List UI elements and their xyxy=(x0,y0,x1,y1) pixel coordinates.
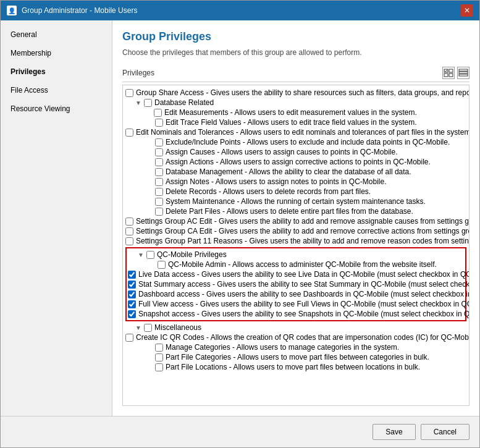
sidebar-item-membership[interactable]: Membership xyxy=(1,44,112,62)
text-delete-part-files: Delete Part Files - Allows users to dele… xyxy=(166,207,413,216)
text-settings-ac: Settings Group AC Edit - Gives users the… xyxy=(136,217,469,226)
text-stat-summary: Stat Summary access - Gives users the ab… xyxy=(138,280,469,289)
list-view-icon xyxy=(458,69,468,77)
svg-rect-2 xyxy=(444,74,448,77)
footer: Save Cancel xyxy=(1,416,479,447)
sidebar-item-general[interactable]: General xyxy=(1,25,112,44)
main-content: Group Privileges Choose the privileges t… xyxy=(112,20,479,416)
cb-settings-ca[interactable] xyxy=(125,227,133,235)
cb-live-data[interactable] xyxy=(128,271,136,279)
text-system-maintenance: System Maintenance - Allows the running … xyxy=(166,197,426,206)
expander-qcmobile[interactable]: ▼ xyxy=(138,251,146,258)
cb-exclude-include[interactable] xyxy=(155,138,163,146)
main-window: 👤 Group Administrator - Mobile Users ✕ G… xyxy=(0,0,480,448)
tree-row-group-share: Group Share Access - Gives users the abi… xyxy=(125,88,466,98)
tree-row-miscellaneous: ▼ Miscellaneous xyxy=(125,323,466,332)
list-view-button[interactable] xyxy=(457,67,469,79)
cb-group-share[interactable] xyxy=(125,89,133,97)
cb-create-ic-qr[interactable] xyxy=(125,334,133,342)
tree-row-stat-summary: Stat Summary access - Gives users the ab… xyxy=(128,279,464,289)
privileges-label: Privileges xyxy=(122,69,154,77)
text-database-mgmt: Database Management - Allows the ability… xyxy=(166,167,411,176)
cb-miscellaneous[interactable] xyxy=(144,324,152,332)
text-create-ic-qr: Create IC QR Codes - Allows the creation… xyxy=(136,333,469,342)
svg-rect-6 xyxy=(459,74,468,76)
text-exclude-include: Exclude/Include Points - Allows users to… xyxy=(166,138,450,146)
cb-assign-actions[interactable] xyxy=(155,158,163,166)
tree-row-full-view: Full View access - Gives users the abili… xyxy=(128,299,464,309)
tree-row-live-data: Live Data access - Gives users the abili… xyxy=(128,269,464,279)
window-title: Group Administrator - Mobile Users xyxy=(22,6,137,15)
tree-row-database-related: ▼ Database Related xyxy=(125,98,466,108)
cb-database-mgmt[interactable] xyxy=(155,168,163,176)
save-button[interactable]: Save xyxy=(373,424,415,440)
check-all-icon xyxy=(444,69,453,77)
page-subtitle: Choose the privileges that members of th… xyxy=(122,48,469,57)
text-settings-part11: Settings Group Part 11 Reasons - Gives u… xyxy=(136,237,469,245)
check-all-button[interactable] xyxy=(442,67,455,79)
cb-delete-part-files[interactable] xyxy=(155,208,163,216)
tree-row-settings-ac: Settings Group AC Edit - Gives users the… xyxy=(125,216,466,226)
cb-qcmobile-priv[interactable] xyxy=(146,251,154,259)
tree-row-system-maintenance: System Maintenance - Allows the running … xyxy=(125,197,466,206)
text-qcmobile-admin: QC-Mobile Admin - Allows access to admin… xyxy=(168,260,437,269)
header-icons xyxy=(442,67,469,79)
cb-edit-trace[interactable] xyxy=(155,119,163,127)
privileges-tree[interactable]: Group Share Access - Gives users the abi… xyxy=(122,85,469,406)
text-part-file-locations: Part File Locations - Allows users to mo… xyxy=(166,363,420,371)
text-group-share: Group Share Access - Gives users the abi… xyxy=(136,88,469,97)
cb-snapshot-access[interactable] xyxy=(128,310,136,318)
title-bar-left: 👤 Group Administrator - Mobile Users xyxy=(7,6,137,15)
svg-rect-3 xyxy=(449,74,453,77)
tree-row-create-ic-qr: Create IC QR Codes - Allows the creation… xyxy=(125,332,466,342)
tree-row-exclude-include: Exclude/Include Points - Allows users to… xyxy=(125,137,466,147)
cb-system-maintenance[interactable] xyxy=(155,198,163,206)
expander-misc[interactable]: ▼ xyxy=(135,324,144,331)
cb-delete-records[interactable] xyxy=(155,188,163,196)
svg-rect-0 xyxy=(444,69,448,72)
tree-row-delete-part-files: Delete Part Files - Allows users to dele… xyxy=(125,206,466,216)
cb-edit-nominals[interactable] xyxy=(125,129,133,137)
text-assign-notes: Assign Notes - Allows users to assign no… xyxy=(166,177,387,186)
text-qcmobile-priv: QC-Mobile Privileges xyxy=(157,250,227,259)
tree-row-edit-trace: Edit Trace Field Values - Allows users t… xyxy=(125,117,466,127)
cb-part-file-locations[interactable] xyxy=(155,363,163,371)
close-button[interactable]: ✕ xyxy=(461,4,473,17)
svg-rect-5 xyxy=(459,72,468,74)
cb-stat-summary[interactable] xyxy=(128,281,136,289)
sidebar-item-privileges[interactable]: Privileges xyxy=(1,62,112,81)
cb-settings-part11[interactable] xyxy=(125,237,133,245)
text-manage-categories: Manage Categories - Allows users to mana… xyxy=(166,343,399,352)
sidebar-item-resource-viewing[interactable]: Resource Viewing xyxy=(1,99,112,118)
cb-database-related[interactable] xyxy=(144,99,152,107)
tree-row-qcmobile-priv: ▼ QC-Mobile Privileges xyxy=(128,250,464,260)
cb-edit-measurements[interactable] xyxy=(154,109,162,117)
tree-row-snapshot-access: Snapshot access - Gives users the abilit… xyxy=(128,309,464,319)
page-title: Group Privileges xyxy=(122,30,469,43)
cb-settings-ac[interactable] xyxy=(125,218,133,226)
svg-rect-4 xyxy=(459,69,468,71)
cb-assign-causes[interactable] xyxy=(155,148,163,156)
text-part-file-categories: Part File Categories - Allows users to m… xyxy=(166,353,429,361)
tree-row-database-mgmt: Database Management - Allows the ability… xyxy=(125,167,466,177)
text-edit-measurements: Edit Measurements - Allows users to edit… xyxy=(164,108,417,117)
tree-row-edit-nominals: Edit Nominals and Tolerances - Allows us… xyxy=(125,127,466,137)
expander-database[interactable]: ▼ xyxy=(135,99,144,106)
tree-row-settings-ca: Settings Group CA Edit - Gives users the… xyxy=(125,226,466,236)
text-full-view: Full View access - Gives users the abili… xyxy=(138,300,469,308)
cancel-button[interactable]: Cancel xyxy=(421,424,469,440)
cb-part-file-categories[interactable] xyxy=(155,353,163,361)
text-snapshot-access: Snapshot access - Gives users the abilit… xyxy=(138,310,469,318)
cb-qcmobile-admin[interactable] xyxy=(158,261,166,269)
tree-row-assign-notes: Assign Notes - Allows users to assign no… xyxy=(125,177,466,187)
text-live-data: Live Data access - Gives users the abili… xyxy=(138,270,469,279)
tree-row-qcmobile-admin: QC-Mobile Admin - Allows access to admin… xyxy=(128,260,464,269)
cb-full-view[interactable] xyxy=(128,300,136,308)
tree-row-part-file-locations: Part File Locations - Allows users to mo… xyxy=(125,362,466,372)
sidebar-item-file-access[interactable]: File Access xyxy=(1,81,112,99)
cb-assign-notes[interactable] xyxy=(155,178,163,186)
tree-row-dashboard-access: Dashboard access - Gives users the abili… xyxy=(128,289,464,299)
cb-dashboard-access[interactable] xyxy=(128,290,136,298)
cb-manage-categories[interactable] xyxy=(155,344,163,352)
text-database-related: Database Related xyxy=(154,98,214,107)
